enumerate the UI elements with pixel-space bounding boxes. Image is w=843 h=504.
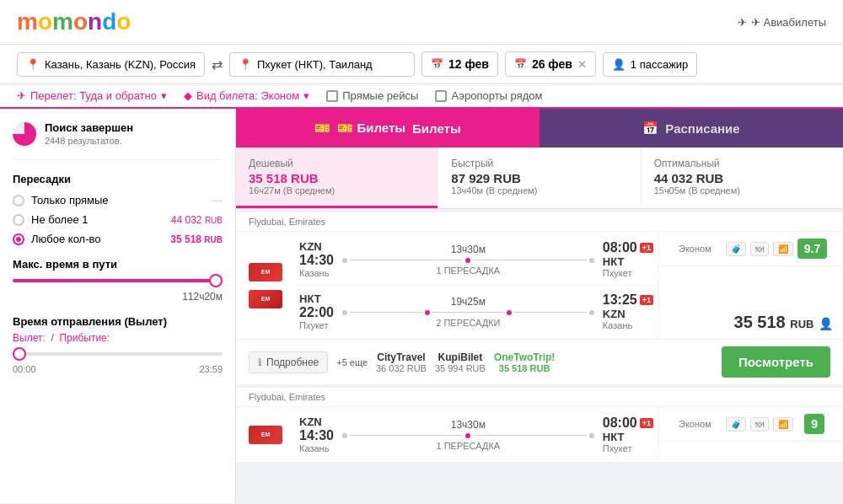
airline-logo-1b: EM xyxy=(249,290,282,308)
return-from-info-1: НКТ 22:00 Пхукет xyxy=(299,292,334,330)
date-back-clear[interactable]: ✕ xyxy=(577,58,587,71)
to-info-1: 08:00 +1 НКТ Пхукет xyxy=(603,240,653,278)
ticket-type-filter[interactable]: ◆ Вид билета: Эконом ▾ xyxy=(184,89,309,102)
time-to: 23:59 xyxy=(199,364,223,374)
search-spinner xyxy=(13,122,36,146)
offer-citytravel[interactable]: CityTravel 36 032 RUB xyxy=(376,351,427,373)
radio-any-stops-label: Любое кол-во xyxy=(31,233,100,245)
flight-card-1: Flydubai, Emirates EM EM KZN 14:30 Казан… xyxy=(236,212,843,384)
date-out-field[interactable]: 📅 12 фев xyxy=(422,51,498,77)
nearby-checkbox xyxy=(435,90,447,102)
stops-1: 1 ПЕРЕСАДКА xyxy=(437,265,501,276)
radio-one-stop-circle xyxy=(13,214,24,226)
line-dot-start-1 xyxy=(342,258,347,263)
direct-flights-filter[interactable]: Прямые рейсы xyxy=(326,89,418,102)
duration-text-1: 13ч30м xyxy=(451,244,486,255)
sort-cheap[interactable]: Дешевый 35 518 RUB 16ч27м (В среднем) xyxy=(236,147,438,208)
from-field[interactable]: 📍 Казань, Казань (KZN), Россия xyxy=(17,52,205,77)
details-button-1[interactable]: ℹ Подробнее xyxy=(249,351,328,373)
trip-type-filter[interactable]: ✈ Перелет: Туда и обратно ▾ xyxy=(17,89,167,102)
class-label-2: Эконом xyxy=(668,415,722,433)
price-block-1: 35 518 RUB 👤 xyxy=(734,313,833,332)
offer-kupibilet[interactable]: KupiBilet 35 994 RUB xyxy=(435,351,486,373)
direct-checkbox xyxy=(326,90,338,102)
card-logos-2: EM xyxy=(236,407,295,462)
date-back-field[interactable]: 📅 26 фев ✕ xyxy=(505,51,596,77)
view-button-1[interactable]: Посмотреть xyxy=(722,346,830,378)
dot-start-2 xyxy=(342,433,347,438)
passengers-field[interactable]: 👤 1 пассажир xyxy=(603,52,698,77)
radio-direct[interactable]: Только прямые — xyxy=(13,194,223,206)
tab-tickets[interactable]: 🎫 🎫 Билеты Билеты xyxy=(236,109,540,147)
nav-link[interactable]: ✈ ✈ Авиабилеты xyxy=(738,16,826,29)
radio-any-stops[interactable]: Любое кол-во 35 518 RUB xyxy=(13,233,223,245)
max-time-track[interactable] xyxy=(13,279,223,282)
ret-dot-mid1 xyxy=(425,310,430,315)
search-bar: 📍 Казань, Казань (KZN), Россия ⇄ 📍 Пхуке… xyxy=(0,45,843,84)
amenity-wifi-2: 📶 xyxy=(773,417,793,432)
ret-line-a xyxy=(350,312,422,313)
flight-line-1 xyxy=(342,258,594,263)
stops-2: 1 ПЕРЕСАДКА xyxy=(437,441,501,451)
schedule-icon: 📅 xyxy=(642,121,658,136)
offers-row-1: ℹ Подробнее +5 еще CityTravel 36 032 RUB… xyxy=(236,339,843,384)
from-info-2: KZN 14:30 Казань xyxy=(299,416,334,453)
ret-dot-mid2 xyxy=(507,310,512,315)
from-value: Казань, Казань (KZN), Россия xyxy=(45,58,196,71)
status-title: Поиск завершен xyxy=(45,121,133,134)
rating-badge-2: 9 xyxy=(804,414,824,434)
to-name-1: Пхукет xyxy=(603,268,653,278)
airline-logo-2: EM xyxy=(249,426,282,444)
ret-dot-end xyxy=(589,310,594,315)
swap-button[interactable]: ⇄ xyxy=(212,56,223,72)
offer-onetwotrip[interactable]: OneTwoTrip! 35 518 RUB xyxy=(494,351,555,373)
trip-type-label: Перелет: Туда и обратно xyxy=(30,89,157,102)
amenity-meal-2: 🍽 xyxy=(750,417,769,432)
to-field[interactable]: 📍 Пхукет (НКТ), Таиланд xyxy=(229,52,415,77)
return-line-1 xyxy=(342,310,594,315)
amenities-1: Эконом 🧳 🍽 📶 9.7 xyxy=(658,232,843,266)
departure-title: Время отправления (Вылет) xyxy=(13,315,223,328)
return-arrival-1: 13:25 xyxy=(603,292,637,308)
sort-optimal[interactable]: Оптимальный 44 032 RUB 15ч05м (В среднем… xyxy=(641,147,843,208)
amenity-bag: 🧳 xyxy=(726,242,746,256)
sort-fast[interactable]: Быстрый 87 929 RUB 13ч40м (В среднем) xyxy=(438,147,640,208)
price-1: 35 518 RUB 👤 xyxy=(734,313,833,332)
sort-options: Дешевый 35 518 RUB 16ч27м (В среднем) Бы… xyxy=(236,147,843,209)
dot-end-2 xyxy=(589,433,594,438)
departure-time-filter: Время отправления (Вылет) Вылет: / Прибы… xyxy=(13,315,223,374)
offer-more[interactable]: +5 еще xyxy=(336,357,368,367)
max-time-thumb[interactable] xyxy=(209,274,223,287)
radio-one-stop[interactable]: Не более 1 44 032 RUB xyxy=(13,213,223,226)
sort-fast-price: 87 929 RUB xyxy=(451,171,627,185)
date-out-value: 12 фев xyxy=(448,57,489,71)
search-status: Поиск завершен 2448 результатов. xyxy=(13,121,223,160)
radio-direct-circle xyxy=(13,195,24,206)
departure-back-link[interactable]: Прибытие: xyxy=(59,332,110,344)
calendar-icon-2: 📅 xyxy=(514,58,527,70)
sort-cheap-time: 16ч27м (В среднем) xyxy=(249,185,425,196)
from-name-1: Казань xyxy=(299,268,334,278)
from-name-2: Казань xyxy=(299,443,334,453)
departure-out-link[interactable]: Вылет: xyxy=(13,332,46,344)
card-body-2: EM KZN 14:30 Казань 13ч30м xyxy=(236,407,843,462)
sort-optimal-label: Оптимальный xyxy=(654,158,830,169)
flight-return-1: НКТ 22:00 Пхукет 19ч25м xyxy=(295,285,658,330)
to-code-2: НКТ xyxy=(603,431,653,443)
arrival-time-2: 08:00 xyxy=(603,416,637,431)
line-1b xyxy=(473,260,586,260)
departure-time-1: 14:30 xyxy=(299,253,334,268)
plane-filter-icon: ✈ xyxy=(17,89,26,102)
plane-icon: ✈ xyxy=(738,16,747,29)
amenity-wifi: 📶 xyxy=(773,242,793,256)
nearby-airports-filter[interactable]: Аэропорты рядом xyxy=(435,89,542,102)
departure-thumb[interactable] xyxy=(13,347,26,361)
ret-dot-start xyxy=(342,310,347,315)
return-from-name-1: Пхукет xyxy=(299,320,334,330)
main-layout: Поиск завершен 2448 результатов. Пересад… xyxy=(0,109,843,503)
tab-schedule[interactable]: 📅 Расписание xyxy=(540,109,843,147)
from-info-1: KZN 14:30 Казань xyxy=(299,240,334,278)
radio-direct-label: Только прямые xyxy=(31,194,109,206)
departure-track[interactable] xyxy=(13,352,223,356)
line-1 xyxy=(350,260,463,260)
